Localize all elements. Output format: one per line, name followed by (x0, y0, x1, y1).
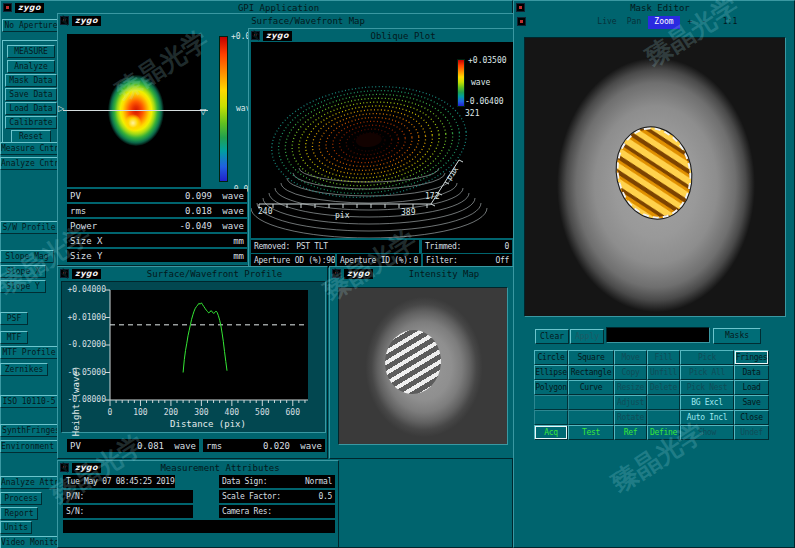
no-aperture-button[interactable]: No Aperture (2, 19, 60, 32)
sidebar-item-measure-cntrl[interactable]: Measure Cntrl (0, 142, 62, 155)
mask-btn-pick-nest[interactable]: Pick Nest (680, 380, 734, 395)
mask-btn-rectangle[interactable]: Rectangle (568, 365, 614, 380)
mask-btn-fill[interactable]: Fill (647, 350, 680, 365)
mask-btn-pick-all[interactable]: Pick All (680, 365, 734, 380)
sidebar-item-sw-profile[interactable]: S/W Profile (0, 221, 58, 234)
sidebar-item-environment[interactable]: Environment Te (0, 440, 62, 453)
pn-field[interactable]: P/N: (63, 490, 193, 503)
mask-btn-move[interactable]: Move (614, 350, 647, 365)
slice-handle-left-icon[interactable]: ▷ (58, 105, 64, 113)
oblique-x-start: 240 (258, 207, 272, 216)
mask-editor-canvas[interactable] (524, 37, 786, 317)
sidebar-item-mask-data[interactable]: Mask Data (5, 74, 57, 87)
sidebar-item-slope-y[interactable]: Slope Y (0, 280, 46, 293)
mask-btn-undef[interactable]: Undef (734, 425, 769, 440)
controls-bolt-icon[interactable] (60, 268, 69, 279)
comment-field[interactable] (63, 520, 335, 533)
zoom-out-button[interactable]: - (698, 16, 710, 29)
field-label: S/N: (66, 507, 84, 516)
live-button[interactable]: Live (594, 16, 620, 29)
profile-xtick-label: 300 (189, 408, 213, 417)
mask-btn-copy[interactable]: Copy (614, 365, 647, 380)
stat-label: rms (70, 206, 86, 216)
mask-btn-define[interactable]: Define (647, 425, 680, 440)
mask-btn-unfill[interactable]: Unfill (647, 365, 680, 380)
mask-btn-data[interactable]: Data (734, 365, 769, 380)
profile-ytick-label: +0.04000 (62, 285, 106, 294)
sidebar-item-video-monitor[interactable]: Video Monitor (0, 536, 62, 548)
stat-label: Power (70, 221, 97, 231)
field-value: 90 (326, 256, 335, 265)
sidebar-item-mtf-profile[interactable]: MTF Profile (0, 346, 58, 359)
slice-handle-right-icon[interactable]: ▽ (200, 108, 206, 116)
mask-grid-empty-cell (568, 410, 614, 425)
pan-button[interactable]: Pan (622, 16, 646, 29)
controls-bolt-icon[interactable] (60, 15, 69, 26)
masks-button[interactable]: Masks (713, 328, 761, 344)
mask-btn-square[interactable]: Square (568, 350, 614, 365)
profile-slice-line[interactable] (63, 110, 208, 111)
sidebar-item-load-data[interactable]: Load Data (5, 102, 57, 115)
window-menu-icon[interactable] (517, 17, 526, 26)
sidebar-item-slope-mag[interactable]: Slope Mag (0, 250, 54, 263)
sidebar-item-synthfringes[interactable]: SynthFringes (0, 424, 62, 437)
mask-btn-load[interactable]: Load (734, 380, 769, 395)
mask-btn-resize[interactable]: Resize (614, 380, 647, 395)
scale-factor-field[interactable]: Scale Factor: 0.5 (219, 490, 335, 503)
sidebar-item-analyze[interactable]: Analyze (7, 60, 55, 73)
sidebar-item-zernikes[interactable]: Zernikes (0, 363, 48, 376)
mask-btn-delete[interactable]: Delete (647, 380, 680, 395)
clear-button[interactable]: Clear (535, 329, 569, 344)
mask-btn-ref[interactable]: Ref (614, 425, 647, 440)
mask-btn-auto-incl[interactable]: Auto Incl (680, 410, 734, 425)
zoom-in-button[interactable]: + (684, 16, 696, 29)
controls-bolt-icon[interactable] (251, 30, 260, 41)
window-menu-icon[interactable] (3, 3, 12, 12)
mask-btn-adjust[interactable]: Adjust (614, 395, 647, 410)
mask-btn-show[interactable]: Show (680, 425, 734, 440)
mask-btn-ellipse[interactable]: Ellipse (534, 365, 568, 380)
sidebar-item-slope-x[interactable]: Slope X (0, 265, 46, 278)
mask-btn-acq[interactable]: Acq (534, 425, 568, 440)
sidebar-item-save-data[interactable]: Save Data (5, 88, 57, 101)
mask-btn-close[interactable]: Close (734, 410, 769, 425)
stat-label: Size X (70, 236, 103, 246)
mask-btn-polygon[interactable]: Polygon (534, 380, 568, 395)
sidebar-item-report[interactable]: Report (0, 507, 38, 520)
mask-grid-empty-cell (534, 410, 568, 425)
mask-name-input[interactable] (606, 327, 710, 343)
mask-btn-save[interactable]: Save (734, 395, 769, 410)
intensity-map-window: zygo Intensity Map (329, 266, 515, 459)
mask-btn-test[interactable]: Test (568, 425, 614, 440)
sn-field[interactable]: S/N: (63, 505, 193, 518)
sidebar-item-units[interactable]: Units (0, 521, 32, 534)
apply-button[interactable]: Apply (570, 329, 604, 344)
mask-btn-rotate[interactable]: Rotate (614, 410, 647, 425)
sidebar-item-measure[interactable]: MEASURE (7, 45, 55, 58)
sidebar-item-analyze-attr[interactable]: Analyze Attr (0, 476, 58, 489)
sidebar-item-mtf[interactable]: MTF (0, 331, 28, 344)
data-sign-field[interactable]: Data Sign: Normal (219, 475, 335, 488)
intensity-title: Intensity Map (376, 269, 512, 279)
zoom-button[interactable]: Zoom (648, 16, 680, 29)
mask-btn-pick[interactable]: Pick (680, 350, 734, 365)
camera-res-field[interactable]: Camera Res: (219, 505, 335, 518)
mask-btn-bg-excl[interactable]: BG Excl (680, 395, 734, 410)
stat-unit: mm (212, 236, 244, 246)
sidebar-item-process[interactable]: Process (0, 492, 42, 505)
controls-bolt-icon[interactable] (60, 462, 69, 473)
sidebar-item-psf[interactable]: PSF (0, 312, 28, 325)
sidebar-item-iso-10110-5[interactable]: ISO 10110-5 (0, 395, 58, 408)
window-menu-icon[interactable] (516, 3, 525, 12)
mask-btn-circle[interactable]: Circle (534, 350, 568, 365)
stat-value: 0.099 (185, 191, 212, 201)
sidebar-item-calibrate[interactable]: Calibrate (5, 116, 57, 129)
mask-btn-fringes[interactable]: Fringes (734, 350, 769, 365)
controls-bolt-icon[interactable] (332, 268, 341, 279)
field-value: Normal (305, 477, 332, 486)
removed-field[interactable]: Removed: PST TLT (251, 240, 419, 253)
mask-btn-curve[interactable]: Curve (568, 380, 614, 395)
sidebar-item-analyze-cntrl[interactable]: Analyze Cntrl (0, 157, 62, 170)
stat-unit: wave (212, 206, 244, 216)
mask-editor-title: Mask Editor (528, 3, 792, 13)
